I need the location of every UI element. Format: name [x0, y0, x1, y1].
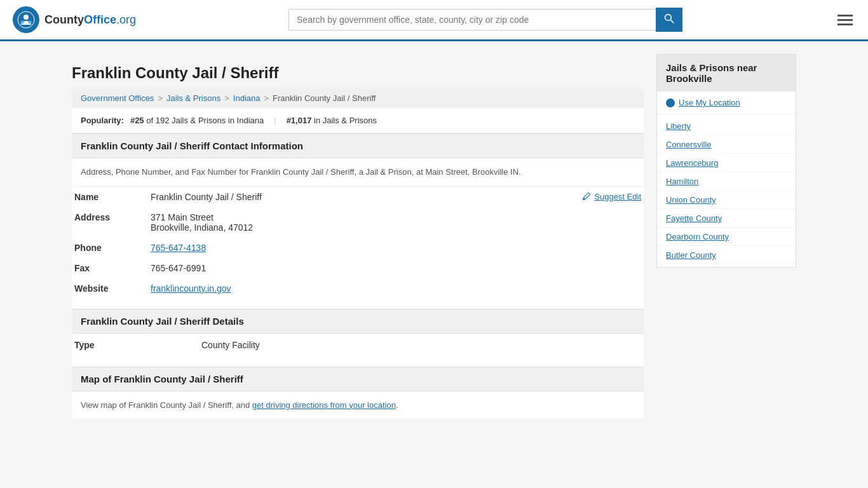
- svg-line-5: [670, 20, 674, 23]
- breadcrumb-current: Franklin County Jail / Sheriff: [273, 93, 376, 103]
- logo-text: CountyOffice.org: [44, 13, 136, 27]
- sidebar-title: Jails & Prisons near Brookville: [657, 55, 796, 92]
- list-item: Lawrenceburg: [657, 154, 796, 172]
- breadcrumb: Government Offices > Jails & Prisons > I…: [72, 88, 644, 108]
- sidebar-box: Jails & Prisons near Brookville Use My L…: [656, 54, 796, 268]
- address-label: Address: [72, 207, 148, 238]
- sidebar-link-union-county[interactable]: Union County: [666, 195, 716, 205]
- fax-value: 765-647-6991: [148, 258, 644, 278]
- phone-value: 765-647-4138: [148, 238, 644, 258]
- menu-button[interactable]: [835, 12, 855, 28]
- list-item: Connersville: [657, 135, 796, 154]
- phone-label: Phone: [72, 238, 148, 258]
- suggest-edit-button[interactable]: Suggest Edit: [582, 192, 641, 201]
- contact-section-header: Franklin County Jail / Sheriff Contact I…: [72, 133, 644, 158]
- breadcrumb-indiana[interactable]: Indiana: [233, 93, 261, 103]
- website-label: Website: [72, 278, 148, 299]
- location-dot-icon: [666, 98, 675, 107]
- list-item: Union County: [657, 191, 796, 209]
- breadcrumb-government-offices[interactable]: Government Offices: [81, 93, 154, 103]
- svg-point-3: [29, 21, 32, 24]
- list-item: Liberty: [657, 117, 796, 135]
- details-section-header: Franklin County Jail / Sheriff Details: [72, 309, 644, 334]
- name-value: Franklin County Jail / Sheriff Suggest E…: [148, 187, 644, 207]
- popularity-bar: Popularity: #25 of 192 Jails & Prisons i…: [72, 108, 644, 133]
- sidebar-link-fayette-county[interactable]: Fayette County: [666, 214, 722, 223]
- map-description: View map of Franklin County Jail / Sheri…: [72, 391, 644, 419]
- type-value: County Facility: [199, 334, 644, 356]
- search-button[interactable]: [656, 8, 682, 32]
- sidebar-link-connersville[interactable]: Connersville: [666, 140, 712, 149]
- address-row: Address 371 Main Street Brookville, Indi…: [72, 207, 644, 238]
- logo-icon: [13, 6, 39, 33]
- website-link[interactable]: franklincounty.in.gov: [151, 283, 231, 294]
- type-label: Type: [72, 334, 199, 356]
- list-item: Fayette County: [657, 209, 796, 227]
- website-value: franklincounty.in.gov: [148, 278, 644, 299]
- breadcrumb-jails-prisons[interactable]: Jails & Prisons: [166, 93, 220, 103]
- sidebar-link-liberty[interactable]: Liberty: [666, 121, 691, 131]
- breadcrumb-sep-1: >: [158, 93, 163, 103]
- list-item: Butler County: [657, 246, 796, 264]
- contact-table: Name Franklin County Jail / Sheriff Sugg…: [72, 187, 644, 299]
- fax-label: Fax: [72, 258, 148, 278]
- sidebar-links-list: Liberty Connersville Lawrenceburg Hamilt…: [657, 114, 796, 267]
- sidebar-link-butler-county[interactable]: Butler County: [666, 250, 716, 260]
- list-item: Dearborn County: [657, 227, 796, 246]
- popularity-rank: #25 of 192 Jails & Prisons in Indiana: [130, 116, 264, 125]
- page-header: CountyOffice.org: [0, 0, 868, 41]
- breadcrumb-sep-2: >: [224, 93, 229, 103]
- main-container: Franklin County Jail / Sheriff Governmen…: [59, 41, 809, 431]
- logo-area: CountyOffice.org: [13, 6, 136, 33]
- map-section-header: Map of Franklin County Jail / Sheriff: [72, 367, 644, 391]
- list-item: Hamilton: [657, 172, 796, 191]
- driving-directions-link[interactable]: get driving directions from your locatio…: [252, 400, 396, 410]
- search-input[interactable]: [288, 9, 656, 30]
- name-row: Name Franklin County Jail / Sheriff Sugg…: [72, 187, 644, 207]
- phone-link[interactable]: 765-647-4138: [151, 243, 206, 253]
- content-area: Franklin County Jail / Sheriff Governmen…: [72, 54, 644, 419]
- fax-row: Fax 765-647-6991: [72, 258, 644, 278]
- name-label: Name: [72, 187, 148, 207]
- sidebar-link-lawrenceburg[interactable]: Lawrenceburg: [666, 158, 718, 168]
- svg-point-4: [665, 15, 672, 21]
- svg-point-1: [24, 15, 29, 20]
- sidebar-location: Use My Location: [657, 92, 796, 114]
- breadcrumb-sep-3: >: [264, 93, 269, 103]
- details-table: Type County Facility: [72, 334, 644, 356]
- page-title: Franklin County Jail / Sheriff: [72, 54, 644, 88]
- sidebar-link-dearborn-county[interactable]: Dearborn County: [666, 232, 729, 241]
- phone-row: Phone 765-647-4138: [72, 238, 644, 258]
- type-row: Type County Facility: [72, 334, 644, 356]
- sidebar: Jails & Prisons near Brookville Use My L…: [656, 54, 796, 419]
- popularity-label: Popularity:: [81, 116, 124, 125]
- sidebar-link-hamilton[interactable]: Hamilton: [666, 177, 698, 186]
- use-my-location-link[interactable]: Use My Location: [679, 98, 740, 107]
- contact-description: Address, Phone Number, and Fax Number fo…: [72, 158, 644, 187]
- website-row: Website franklincounty.in.gov: [72, 278, 644, 299]
- search-area: [288, 8, 682, 32]
- popularity-national: #1,017 in Jails & Prisons: [287, 116, 377, 125]
- svg-point-2: [21, 21, 24, 24]
- main-content-box: Government Offices > Jails & Prisons > I…: [72, 88, 644, 419]
- address-value: 371 Main Street Brookville, Indiana, 470…: [148, 207, 644, 238]
